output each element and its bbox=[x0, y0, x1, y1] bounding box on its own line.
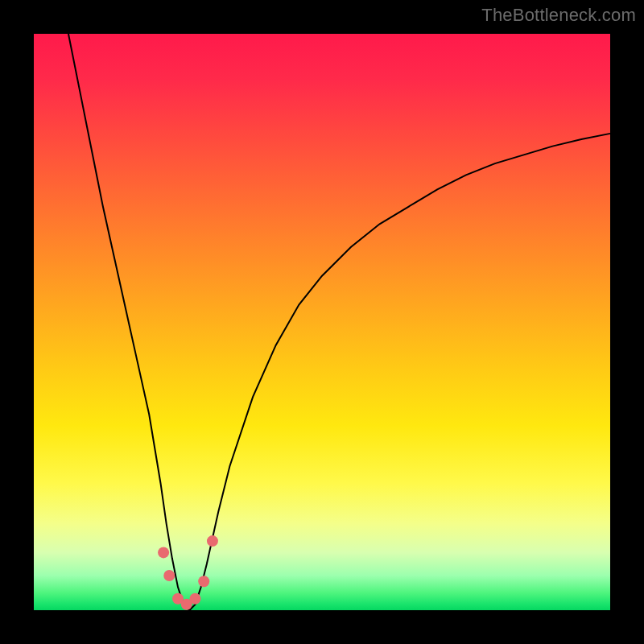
chart-frame: TheBottleneck.com bbox=[0, 0, 644, 644]
curve-marker bbox=[207, 535, 218, 547]
curve-marker bbox=[158, 547, 169, 558]
bottleneck-curve bbox=[68, 34, 610, 610]
curve-marker bbox=[198, 576, 209, 587]
curve-marker bbox=[163, 570, 175, 581]
watermark-text: TheBottleneck.com bbox=[481, 5, 636, 26]
plot-area bbox=[34, 34, 610, 610]
curve-layer bbox=[34, 34, 610, 610]
curve-markers bbox=[158, 535, 218, 610]
curve-marker bbox=[189, 593, 200, 605]
